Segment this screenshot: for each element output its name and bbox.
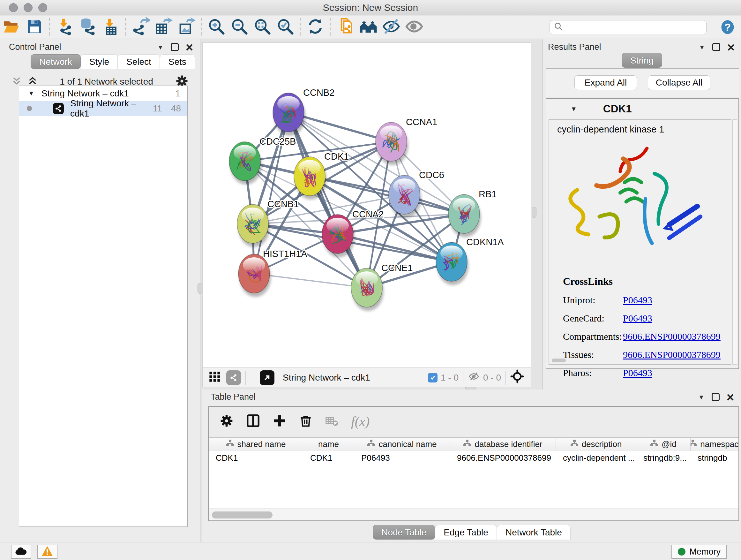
network-edge-count: 48 (171, 104, 181, 114)
warning-status-button[interactable] (37, 545, 57, 559)
column-header-database-identifier[interactable]: database identifier (450, 438, 556, 451)
import-table-button[interactable] (99, 17, 122, 37)
panel-collapse-icon[interactable]: ▼ (699, 44, 705, 51)
zoom-fit-button[interactable] (251, 17, 274, 37)
selected-checkbox-icon[interactable] (428, 373, 437, 382)
export-network-button[interactable] (129, 17, 152, 37)
node-rb1[interactable]: RB1 (448, 189, 496, 237)
table-cell[interactable]: cyclin-dependent ... (556, 451, 636, 464)
add-column-plus-icon[interactable] (273, 414, 286, 429)
edge-ccne1-hist1h1a[interactable] (254, 273, 367, 288)
tab-network[interactable]: Network (30, 54, 81, 69)
function-builder-icon[interactable]: f(x) (351, 414, 369, 429)
memory-status-dot-icon (678, 548, 685, 556)
node-cdkn1a[interactable]: CDKN1A (436, 237, 504, 285)
birds-eye-view-icon[interactable] (510, 369, 524, 386)
node-ccnb1[interactable]: CCNB1 (237, 199, 299, 247)
protein-section-header[interactable]: ▼ CDK1 (546, 99, 738, 119)
tab-sets[interactable]: Sets (160, 54, 195, 69)
crosslink-value-link[interactable]: 9606.ENSP00000378699 (623, 331, 721, 342)
table-hscroll-thumb[interactable] (212, 511, 273, 518)
export-table-button[interactable] (152, 17, 175, 37)
zoom-selected-button[interactable] (274, 17, 297, 37)
panel-close-icon[interactable]: × (186, 43, 193, 52)
panel-float-icon[interactable] (712, 393, 720, 401)
table-cell[interactable]: CDK1 (303, 451, 354, 464)
collapse-all-button[interactable]: Collapse All (648, 75, 711, 90)
panel-float-icon[interactable] (712, 43, 720, 51)
node-ccne1[interactable]: CCNE1 (351, 263, 413, 311)
import-database-button[interactable] (76, 17, 99, 37)
tab-string[interactable]: String (622, 53, 662, 68)
node-ccna1[interactable]: CCNA1 (376, 117, 437, 165)
panel-close-icon[interactable]: × (727, 393, 734, 401)
open-session-button[interactable] (0, 17, 23, 37)
table-hscroll-track[interactable] (209, 509, 738, 520)
refresh-button[interactable] (304, 17, 327, 37)
column-header-namespace[interactable]: namespace (690, 438, 738, 451)
table-cell[interactable]: stringdb (690, 451, 738, 464)
memory-button[interactable]: Memory (671, 545, 727, 559)
results-vscroll-track[interactable] (732, 119, 737, 365)
import-network-button[interactable] (53, 17, 76, 37)
table-cell[interactable]: stringdb:9... (636, 451, 690, 464)
delete-column-trash-icon[interactable] (299, 414, 313, 429)
hidden-eye-icon[interactable] (468, 371, 480, 384)
column-header-name[interactable]: name (303, 438, 354, 451)
table-cell[interactable]: 9606.ENSP00000378699 (450, 451, 556, 464)
panel-collapse-icon[interactable]: ▼ (698, 394, 704, 400)
expand-all-button[interactable]: Expand All (575, 75, 637, 90)
node-cdc25b[interactable]: CDC25B (229, 136, 296, 185)
panel-collapse-icon[interactable]: ▼ (157, 44, 164, 51)
crosslink-value-link[interactable]: 9606.ENSP00000378699 (623, 349, 721, 360)
table-settings-gear-icon[interactable] (219, 414, 233, 429)
crosslink-value-link[interactable]: P06493 (623, 295, 652, 306)
grid-view-icon[interactable] (208, 370, 221, 385)
edge-ccnb2-ccne1[interactable] (288, 112, 367, 288)
node-cdk1[interactable]: CDK1 (294, 151, 349, 199)
zoom-in-button[interactable] (205, 17, 228, 37)
table-row[interactable]: CDK1CDK1P064939606.ENSP00000378699cyclin… (209, 451, 738, 464)
clone-network-button[interactable] (334, 17, 357, 37)
panel-float-icon[interactable] (171, 43, 179, 51)
export-image-button[interactable] (175, 17, 198, 37)
tab-style[interactable]: Style (81, 54, 118, 69)
tab-edge-table[interactable]: Edge Table (435, 525, 497, 540)
tree-expander-icon[interactable]: ▼ (28, 90, 35, 97)
tab-network-table[interactable]: Network Table (497, 525, 570, 540)
panel-close-icon[interactable]: × (727, 43, 735, 52)
node-cdc6[interactable]: CDC6 (389, 170, 444, 218)
search-input[interactable] (566, 22, 700, 32)
column-header-description[interactable]: description (556, 438, 636, 451)
cloud-status-button[interactable] (11, 545, 31, 559)
zoom-out-button[interactable] (228, 17, 251, 37)
network-row-selected[interactable]: String Network – cdk1 11 48 (19, 101, 187, 116)
show-columns-icon[interactable] (246, 414, 260, 429)
node-ccnb2[interactable]: CCNB2 (273, 87, 334, 136)
save-session-button[interactable] (23, 17, 46, 37)
column-header-shared-name[interactable]: shared name (209, 438, 303, 451)
table-cell[interactable]: P06493 (354, 451, 450, 464)
show-all-button[interactable] (403, 17, 426, 37)
column-header--id[interactable]: @id (636, 438, 690, 451)
crosslink-value-link[interactable]: P06493 (623, 368, 652, 378)
network-view-icon[interactable] (226, 370, 241, 385)
string-network-graph[interactable]: CCNB2CCNA1CDC25BCDK1CDC6RB1CCNB1CCNA2CDK… (203, 43, 531, 368)
first-neighbors-button[interactable] (357, 17, 380, 37)
left-splitter-handle[interactable] (198, 283, 202, 294)
tab-node-table[interactable]: Node Table (373, 525, 435, 540)
tab-select[interactable]: Select (118, 54, 160, 69)
delete-table-icon[interactable] (325, 415, 339, 428)
results-hscroll-thumb[interactable] (552, 359, 566, 362)
crosslink-value-link[interactable]: P06493 (623, 313, 652, 324)
column-header-canonical-name[interactable]: canonical name (354, 438, 450, 451)
network-canvas[interactable]: CCNB2CCNA1CDC25BCDK1CDC6RB1CCNB1CCNA2CDK… (202, 43, 531, 368)
right-splitter-handle[interactable] (532, 207, 536, 218)
hide-selected-button[interactable] (380, 17, 403, 37)
node-ccna2[interactable]: CCNA2 (322, 209, 384, 257)
section-expander-icon[interactable]: ▼ (570, 105, 577, 113)
node-hist1h1a[interactable]: HIST1H1A (239, 249, 307, 297)
table-cell[interactable]: CDK1 (209, 451, 303, 464)
detach-view-button[interactable] (260, 370, 274, 385)
help-button[interactable]: ? (719, 19, 736, 37)
